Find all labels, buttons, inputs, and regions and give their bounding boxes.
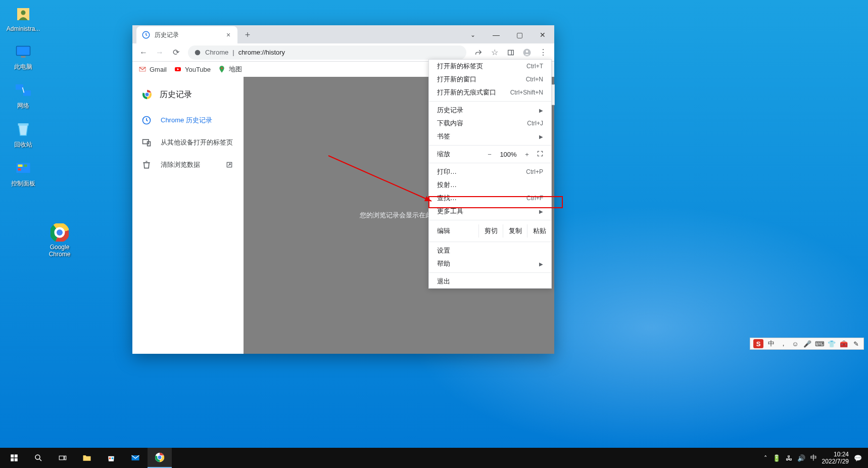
ime-skin-icon[interactable]: 👕 (827, 339, 836, 348)
desktop-icon-controlpanel[interactable]: 控制面板 (4, 158, 42, 188)
sidebar-item-tabs[interactable]: 从其他设备打开的标签页 (132, 131, 244, 154)
ime-punct[interactable]: ， (779, 339, 788, 348)
share-button[interactable] (471, 45, 486, 60)
nav-back-button[interactable]: ← (136, 45, 151, 60)
svg-rect-36 (11, 454, 14, 457)
chrome-main-menu: 打开新的标签页Ctrl+T 打开新的窗口Ctrl+N 打开新的无痕式窗口Ctrl… (428, 59, 552, 289)
ime-sogou-icon[interactable]: S (753, 339, 763, 348)
menu-button[interactable]: ⋮ (536, 45, 550, 60)
sidebar-item-label: Chrome 历史记录 (161, 116, 212, 125)
bookmark-maps[interactable]: 地图 (218, 65, 242, 74)
menu-item-moretools[interactable]: 更多工具▶ (429, 205, 551, 218)
start-button[interactable] (2, 448, 26, 468)
svg-rect-4 (16, 84, 23, 90)
external-link-icon (224, 160, 234, 170)
svg-point-18 (195, 50, 201, 55)
ime-emoji-icon[interactable]: ☺ (791, 339, 800, 348)
fullscreen-button[interactable] (534, 150, 546, 158)
taskbar: ˄ 🔋 🖧 🔊 中 10:24 2022/7/29 💬 (0, 448, 868, 468)
youtube-icon (174, 65, 182, 73)
menu-item-cast[interactable]: 投射… (429, 178, 551, 192)
desktop-icon-user[interactable]: Administra... (4, 4, 42, 32)
url-origin: Chrome (205, 49, 228, 56)
taskview-button[interactable] (51, 448, 75, 468)
svg-rect-39 (15, 458, 18, 461)
taskbar-store[interactable] (99, 448, 123, 468)
copy-button[interactable]: 复制 (503, 224, 527, 238)
desktop-icon-thispc[interactable]: 此电脑 (4, 41, 42, 71)
tray-notifications-icon[interactable]: 💬 (854, 454, 862, 462)
history-icon (141, 30, 151, 39)
reload-button[interactable]: ⟳ (169, 45, 183, 60)
zoom-value: 100% (497, 151, 520, 158)
minimize-button[interactable]: — (485, 26, 508, 43)
newtab-button[interactable]: + (240, 28, 255, 42)
zoom-in-button[interactable]: + (520, 151, 534, 158)
taskbar-mail[interactable] (123, 448, 148, 468)
ime-bar[interactable]: S 中 ， ☺ 🎤 ⌨ 👕 🧰 ✎ (750, 338, 864, 350)
zoom-out-button[interactable]: − (483, 151, 497, 158)
sidepanel-button[interactable] (504, 45, 518, 60)
devices-icon (141, 137, 152, 148)
tray-chevron-icon[interactable]: ˄ (764, 454, 767, 462)
taskbar-explorer[interactable] (75, 448, 99, 468)
svg-rect-9 (18, 165, 23, 167)
tray-volume-icon[interactable]: 🔊 (797, 454, 805, 462)
bookmark-gmail[interactable]: Gmail (138, 65, 167, 73)
svg-point-16 (57, 229, 63, 236)
menu-item-edit: 编辑 剪切 复制 粘贴 (429, 222, 551, 240)
tab-search-button[interactable]: ⌄ (461, 26, 485, 43)
bookmark-youtube[interactable]: YouTube (174, 65, 211, 73)
svg-rect-10 (24, 165, 27, 167)
ime-toolbox-icon[interactable]: 🧰 (839, 339, 848, 348)
svg-line-41 (39, 459, 41, 461)
svg-rect-45 (112, 457, 113, 459)
menu-item-help[interactable]: 帮助▶ (429, 257, 551, 270)
browser-tab[interactable]: 历史记录 × (136, 26, 237, 43)
clock-icon (141, 115, 152, 125)
menu-item-newwindow[interactable]: 打开新的窗口Ctrl+N (429, 73, 551, 86)
bookmark-star-button[interactable]: ☆ (488, 45, 502, 60)
menu-item-bookmarks[interactable]: 书签▶ (429, 130, 551, 143)
address-bar[interactable]: Chrome | chrome://history (188, 45, 466, 60)
tray-clock[interactable]: 10:24 2022/7/29 (822, 451, 849, 465)
menu-item-newtab[interactable]: 打开新的标签页Ctrl+T (429, 60, 551, 73)
maximize-button[interactable]: ▢ (508, 26, 531, 43)
tray-battery-icon[interactable]: 🔋 (773, 454, 781, 462)
menu-item-exit[interactable]: 退出 (429, 275, 551, 288)
desktop-icon-network[interactable]: 网络 (4, 80, 42, 110)
ime-lang[interactable]: 中 (766, 339, 776, 348)
nav-forward-button[interactable]: → (153, 45, 167, 60)
ime-mic-icon[interactable]: 🎤 (803, 339, 812, 348)
svg-rect-11 (18, 168, 21, 171)
sidebar-item-clear[interactable]: 清除浏览数据 (132, 154, 244, 176)
cut-button[interactable]: 剪切 (478, 224, 503, 238)
menu-item-history[interactable]: 历史记录▶ (429, 104, 551, 117)
menu-item-print[interactable]: 打印…Ctrl+P (429, 165, 551, 178)
desktop-icon-recyclebin[interactable]: 回收站 (4, 119, 42, 149)
svg-point-48 (158, 455, 162, 459)
menu-item-settings[interactable]: 设置 (429, 244, 551, 257)
trash-icon (141, 160, 152, 170)
ime-settings-icon[interactable]: ✎ (851, 339, 860, 348)
svg-rect-8 (17, 163, 30, 173)
menu-item-incognito[interactable]: 打开新的无痕式窗口Ctrl+Shift+N (429, 86, 551, 99)
svg-rect-7 (18, 123, 29, 126)
menu-item-zoom: 缩放 − 100% + (429, 148, 551, 161)
menu-item-find[interactable]: 查找…Ctrl+F (429, 192, 551, 205)
tray-network-icon[interactable]: 🖧 (786, 454, 792, 462)
sidebar-item-history[interactable]: Chrome 历史记录 (132, 109, 244, 131)
ime-keyboard-icon[interactable]: ⌨ (815, 339, 824, 348)
tray-ime[interactable]: 中 (810, 453, 817, 462)
close-tab-button[interactable]: × (224, 31, 232, 39)
svg-point-40 (35, 455, 40, 459)
desktop-icon-chrome[interactable]: Google Chrome (40, 222, 79, 258)
taskbar-chrome[interactable] (148, 448, 172, 468)
svg-rect-42 (59, 456, 64, 460)
system-tray: ˄ 🔋 🖧 🔊 中 10:24 2022/7/29 💬 (764, 451, 866, 465)
profile-button[interactable] (520, 45, 534, 60)
paste-button[interactable]: 粘贴 (527, 224, 551, 238)
menu-item-downloads[interactable]: 下载内容Ctrl+J (429, 117, 551, 130)
close-window-button[interactable]: ✕ (531, 26, 554, 43)
taskbar-search-button[interactable] (26, 448, 51, 468)
